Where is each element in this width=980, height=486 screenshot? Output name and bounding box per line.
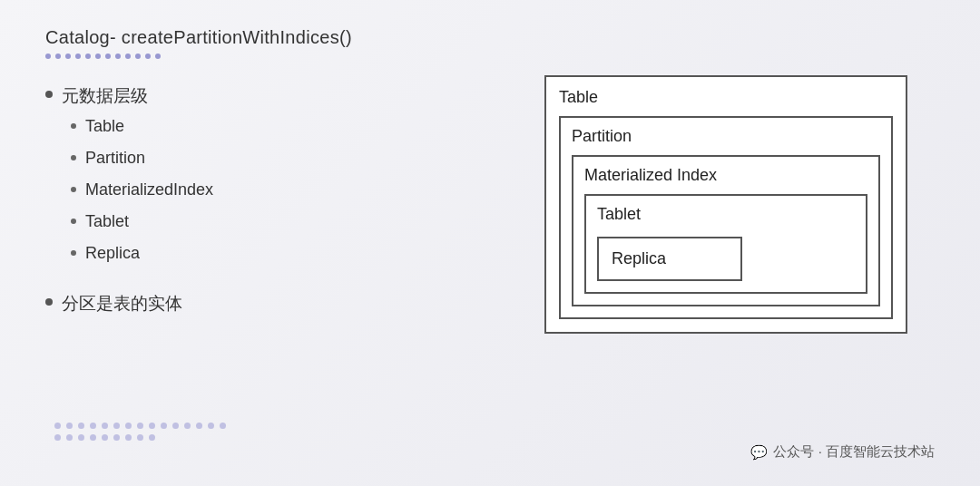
- deco-dot: [184, 423, 191, 429]
- metadata-label: 元数据层级: [62, 86, 148, 105]
- sub-item-label: Table: [85, 117, 124, 136]
- decorative-dots: [54, 423, 236, 441]
- deco-dot: [78, 434, 84, 441]
- bullet-metadata: 元数据层级 TablePartitionMaterializedIndexTab…: [45, 84, 508, 276]
- header-dots: [45, 53, 935, 59]
- deco-dot: [196, 423, 202, 429]
- content-area: 元数据层级 TablePartitionMaterializedIndexTab…: [45, 75, 935, 334]
- sub-list-item: Partition: [71, 149, 213, 168]
- deco-dot: [90, 423, 96, 429]
- deco-dot: [66, 423, 73, 429]
- slide: Catalog- createPartitionWithIndices() 元数…: [0, 0, 980, 486]
- deco-dot: [90, 434, 96, 441]
- wechat-icon: 💬: [750, 444, 768, 461]
- deco-dot: [54, 423, 61, 429]
- deco-dot: [78, 423, 84, 429]
- deco-dot: [149, 423, 155, 429]
- sub-item-label: MaterializedIndex: [85, 180, 213, 199]
- right-column: Table Partition Materialized Index Table…: [544, 75, 935, 334]
- deco-dot: [172, 423, 179, 429]
- slide-title: Catalog- createPartitionWithIndices(): [45, 27, 935, 48]
- diagram: Table Partition Materialized Index Table…: [544, 75, 935, 334]
- sub-list-item: MaterializedIndex: [71, 180, 213, 199]
- bullet-dot-icon-2: [45, 298, 53, 306]
- box-materialized-index: Materialized Index Tablet Replica: [572, 155, 880, 306]
- sub-list: TablePartitionMaterializedIndexTabletRep…: [71, 117, 213, 263]
- bullet-partition-entity: 分区是表的实体: [45, 292, 508, 316]
- deco-dot: [125, 423, 132, 429]
- sub-item-label: Replica: [85, 244, 140, 263]
- box-partition: Partition Materialized Index Tablet Repl…: [559, 116, 893, 319]
- left-column: 元数据层级 TablePartitionMaterializedIndexTab…: [45, 75, 508, 332]
- deco-dot: [149, 434, 155, 441]
- deco-dot: [161, 423, 167, 429]
- deco-dot: [208, 423, 214, 429]
- sub-list-item: Table: [71, 117, 213, 136]
- header: Catalog- createPartitionWithIndices(): [45, 27, 935, 59]
- deco-dot: [220, 423, 226, 429]
- watermark-text: 公众号 · 百度智能云技术站: [773, 443, 935, 461]
- table-label: Table: [559, 88, 893, 107]
- tablet-label: Tablet: [597, 205, 855, 224]
- header-dot: [75, 53, 81, 59]
- box-replica: Replica: [597, 237, 742, 281]
- header-dot: [65, 53, 71, 59]
- watermark: 💬 公众号 · 百度智能云技术站: [750, 443, 935, 461]
- sub-dot-icon: [71, 219, 76, 224]
- deco-dot: [54, 434, 61, 441]
- materialized-label: Materialized Index: [584, 166, 867, 185]
- sub-item-label: Tablet: [85, 212, 129, 231]
- sub-list-item: Tablet: [71, 212, 213, 231]
- header-dot: [55, 53, 61, 59]
- deco-dot: [102, 434, 108, 441]
- box-tablet: Tablet Replica: [584, 194, 867, 294]
- sub-dot-icon: [71, 155, 76, 160]
- deco-dot: [137, 434, 143, 441]
- sub-dot-icon: [71, 187, 76, 192]
- sub-item-label: Partition: [85, 149, 145, 168]
- replica-label: Replica: [612, 249, 666, 267]
- partition-label: Partition: [572, 127, 880, 146]
- header-dot: [125, 53, 131, 59]
- header-dot: [145, 53, 151, 59]
- deco-dot: [137, 423, 143, 429]
- box-table: Table Partition Materialized Index Table…: [544, 75, 907, 334]
- sub-list-item: Replica: [71, 244, 213, 263]
- header-dot: [45, 53, 51, 59]
- deco-dot: [113, 434, 120, 441]
- sub-dot-icon: [71, 123, 76, 129]
- main-bullet-list: 元数据层级 TablePartitionMaterializedIndexTab…: [45, 84, 508, 316]
- bullet-dot-icon: [45, 91, 53, 98]
- header-dot: [105, 53, 111, 59]
- header-dot: [135, 53, 141, 59]
- header-dot: [155, 53, 161, 59]
- header-dot: [115, 53, 121, 59]
- deco-dot: [113, 423, 120, 429]
- header-dot: [95, 53, 101, 59]
- deco-dot: [66, 434, 73, 441]
- deco-dot: [125, 434, 132, 441]
- partition-entity-label: 分区是表的实体: [62, 292, 182, 316]
- sub-dot-icon: [71, 250, 76, 256]
- header-dot: [85, 53, 91, 59]
- deco-dot: [102, 423, 108, 429]
